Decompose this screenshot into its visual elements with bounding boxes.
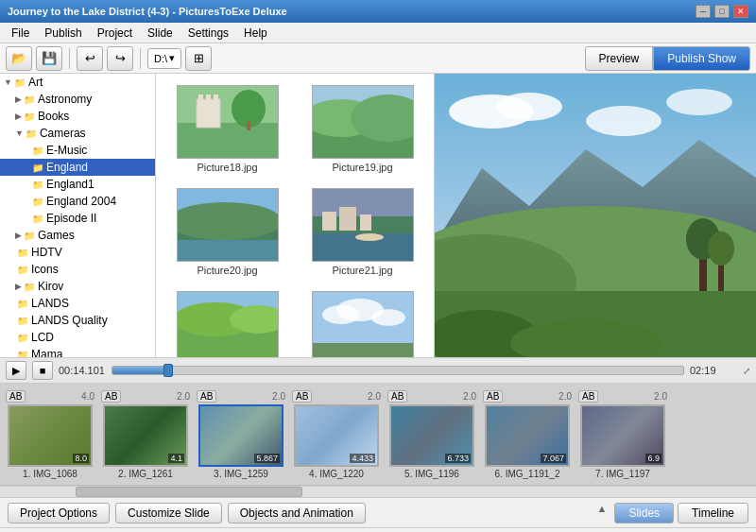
expand-icon-books: ▶ bbox=[15, 112, 22, 121]
slide-item-7[interactable]: AB 2.0 6.9 7. IMG_1197 bbox=[576, 390, 669, 479]
toolbar-undo-button[interactable]: ↩ bbox=[77, 46, 103, 71]
tree-item-england2004[interactable]: 📁 England 2004 bbox=[0, 193, 155, 210]
menu-help[interactable]: Help bbox=[236, 25, 275, 42]
slide-ab-4: AB bbox=[292, 390, 312, 403]
file-thumb-4[interactable]: Picture22.jpg bbox=[163, 287, 291, 357]
slide-item-1[interactable]: AB 4.0 8.0 1. IMG_1068 bbox=[4, 390, 96, 479]
slide-header-2: AB 2.0 bbox=[99, 390, 192, 403]
file-thumb-3[interactable]: Picture21.jpg bbox=[299, 184, 426, 280]
tree-item-cameras[interactable]: ▼ 📁 Cameras bbox=[0, 125, 155, 142]
svg-rect-19 bbox=[339, 207, 356, 231]
tree-label-cameras: Cameras bbox=[40, 127, 86, 140]
folder-icon-art: 📁 bbox=[14, 77, 26, 88]
preview-button[interactable]: Preview bbox=[585, 46, 654, 71]
file-grid[interactable]: Picture18.jpg Picture19.jpg bbox=[156, 74, 435, 357]
expand-icon-kirov: ▶ bbox=[15, 282, 22, 291]
tree-label-england2004: England 2004 bbox=[46, 195, 116, 208]
expand-preview-icon[interactable]: ⤢ bbox=[743, 366, 750, 376]
slide-header-1: AB 4.0 bbox=[4, 390, 96, 403]
slide-header-3: AB 2.0 bbox=[195, 390, 287, 403]
tree-item-england1[interactable]: 📁 England1 bbox=[0, 176, 155, 193]
tree-item-lands-quality[interactable]: 📁 LANDS Quality bbox=[0, 312, 155, 329]
slide-thumb-1[interactable]: 8.0 bbox=[8, 404, 93, 467]
tree-item-lands[interactable]: 📁 LANDS bbox=[0, 295, 155, 312]
slide-thumb-2[interactable]: 4.1 bbox=[103, 404, 188, 467]
timeline-tab[interactable]: Timeline bbox=[678, 503, 748, 523]
file-thumb-5[interactable]: Picture23.jpg bbox=[299, 287, 426, 357]
slide-thumb-6[interactable]: 7.067 bbox=[485, 404, 570, 467]
file-tree[interactable]: ▼ 📁 Art ▶ 📁 Astronomy ▶ 📁 Books ▼ 📁 Came… bbox=[0, 74, 156, 357]
tree-item-kirov[interactable]: ▶ 📁 Kirov bbox=[0, 278, 155, 295]
folder-icon-kirov: 📁 bbox=[24, 282, 35, 292]
close-button[interactable]: ✕ bbox=[733, 5, 748, 18]
menu-bar: File Publish Project Slide Settings Help bbox=[0, 23, 756, 43]
slide-item-2[interactable]: AB 2.0 4.1 2. IMG_1261 bbox=[99, 390, 192, 479]
slide-item-4[interactable]: AB 2.0 4.433 4. IMG_1220 bbox=[290, 390, 383, 479]
publish-show-button[interactable]: Publish Show bbox=[653, 46, 750, 71]
tree-label-icons: Icons bbox=[31, 263, 59, 276]
menu-project[interactable]: Project bbox=[90, 25, 140, 42]
slide-ab-1: AB bbox=[6, 390, 26, 403]
folder-icon-icons: 📁 bbox=[17, 265, 28, 275]
tree-item-icons[interactable]: 📁 Icons bbox=[0, 261, 155, 278]
toolbar-view-button[interactable]: ⊞ bbox=[185, 46, 212, 71]
tree-item-art[interactable]: ▼ 📁 Art bbox=[0, 74, 155, 91]
minimize-button[interactable]: ─ bbox=[696, 5, 711, 18]
file-thumb-2[interactable]: Picture20.jpg bbox=[163, 184, 291, 280]
slide-num-4: 2.0 bbox=[368, 391, 381, 402]
up-arrow-icon: ▲ bbox=[597, 503, 608, 523]
slide-item-3[interactable]: AB 2.0 5.867 3. IMG_1259 bbox=[195, 390, 287, 479]
tree-item-mama[interactable]: 📁 Mama bbox=[0, 346, 155, 357]
slide-item-6[interactable]: AB 2.0 7.067 6. IMG_1191_2 bbox=[481, 390, 574, 479]
toolbar-redo-button[interactable]: ↪ bbox=[107, 46, 133, 71]
expand-icon-art: ▼ bbox=[4, 77, 12, 87]
folder-icon-episode2: 📁 bbox=[32, 214, 43, 224]
tree-item-hdtv[interactable]: 📁 HDTV bbox=[0, 244, 155, 261]
project-options-button[interactable]: Project Options bbox=[8, 503, 110, 523]
customize-slide-button[interactable]: Customize Slide bbox=[115, 503, 222, 523]
toolbar-open-button[interactable]: 📂 bbox=[6, 46, 32, 71]
progress-bar[interactable] bbox=[112, 366, 684, 375]
maximize-button[interactable]: □ bbox=[714, 5, 730, 18]
tree-item-episode2[interactable]: 📁 Episode II bbox=[0, 210, 155, 227]
tree-label-books: Books bbox=[38, 110, 69, 123]
svg-rect-20 bbox=[360, 215, 371, 231]
tree-item-england[interactable]: 📁 England bbox=[0, 159, 155, 176]
tree-item-astronomy[interactable]: ▶ 📁 Astronomy bbox=[0, 91, 155, 108]
svg-rect-31 bbox=[313, 343, 413, 357]
stop-button[interactable]: ■ bbox=[32, 361, 53, 380]
slide-header-6: AB 2.0 bbox=[481, 390, 574, 403]
slide-thumb-5[interactable]: 6.733 bbox=[389, 404, 474, 467]
menu-publish[interactable]: Publish bbox=[37, 25, 89, 42]
toolbar-save-button[interactable]: 💾 bbox=[36, 46, 62, 71]
file-thumb-0[interactable]: Picture18.jpg bbox=[163, 81, 291, 177]
slide-thumb-3[interactable]: 5.867 bbox=[198, 404, 284, 467]
folder-icon-lands-quality: 📁 bbox=[17, 316, 28, 326]
tree-item-lcd[interactable]: 📁 LCD bbox=[0, 329, 155, 346]
toolbar-path-dropdown[interactable]: D:\ ▾ bbox=[147, 48, 181, 69]
tree-label-emusic: E-Music bbox=[46, 144, 87, 157]
play-button[interactable]: ▶ bbox=[6, 361, 26, 380]
objects-animation-button[interactable]: Objects and Animation bbox=[228, 503, 366, 523]
strip-scrollbar-thumb[interactable] bbox=[76, 487, 302, 497]
svg-rect-4 bbox=[206, 94, 211, 102]
tree-item-books[interactable]: ▶ 📁 Books bbox=[0, 108, 155, 125]
menu-settings[interactable]: Settings bbox=[180, 25, 236, 42]
slide-item-5[interactable]: AB 2.0 6.733 5. IMG_1196 bbox=[386, 390, 478, 479]
menu-file[interactable]: File bbox=[4, 25, 37, 42]
slide-header-7: AB 2.0 bbox=[576, 390, 669, 403]
tree-item-emusic[interactable]: 📁 E-Music bbox=[0, 142, 155, 159]
slide-thumb-7[interactable]: 6.9 bbox=[580, 404, 665, 467]
file-thumb-1[interactable]: Picture19.jpg bbox=[299, 81, 426, 177]
folder-icon-emusic: 📁 bbox=[32, 146, 43, 156]
slide-thumb-4[interactable]: 4.433 bbox=[294, 404, 379, 467]
menu-slide[interactable]: Slide bbox=[140, 25, 180, 42]
slides-tab[interactable]: Slides bbox=[614, 503, 674, 523]
thumbnail-4 bbox=[177, 291, 279, 357]
tree-item-games[interactable]: ▶ 📁 Games bbox=[0, 227, 155, 244]
progress-handle[interactable] bbox=[163, 364, 173, 377]
folder-icon-england1: 📁 bbox=[32, 180, 43, 190]
slide-num-1: 4.0 bbox=[81, 391, 94, 402]
strip-scrollbar-area[interactable] bbox=[0, 486, 756, 497]
slide-label-6: 6. IMG_1191_2 bbox=[483, 469, 573, 479]
